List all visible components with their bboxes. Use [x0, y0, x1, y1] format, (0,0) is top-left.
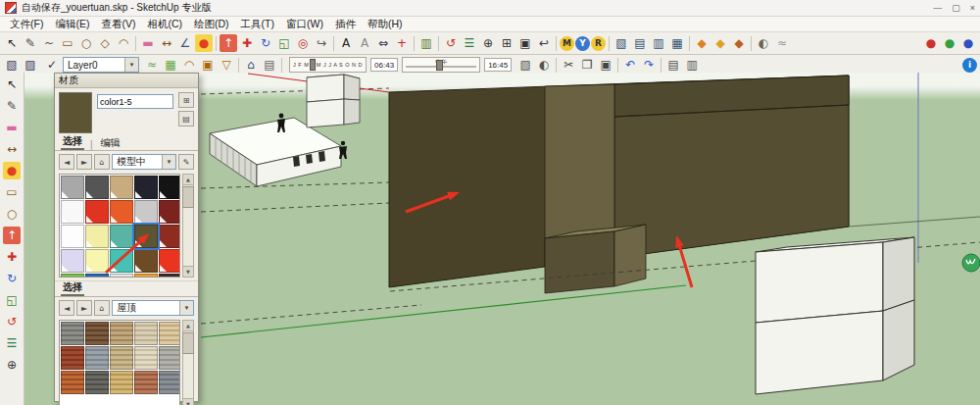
texture-dark-shingles[interactable] — [85, 371, 109, 394]
texture-blue-gray-shingles[interactable] — [85, 346, 109, 370]
axes-tool-icon[interactable]: + — [393, 34, 411, 52]
paint-bucket-tool-icon[interactable]: ● — [3, 162, 21, 179]
texture-red-tiles[interactable] — [61, 346, 84, 370]
texture-light-shake[interactable] — [134, 346, 158, 370]
redo-icon[interactable]: ↷ — [640, 56, 658, 74]
swatch-teal[interactable] — [110, 225, 133, 248]
swatch-scrollbar[interactable]: ▲ ▼ — [182, 174, 194, 278]
swatch-pale-yellow[interactable] — [85, 225, 109, 248]
swatch-orange-red[interactable] — [110, 200, 133, 224]
eraser-tool-icon[interactable]: ▬ — [3, 119, 21, 136]
sample-paint-button[interactable]: ✎ — [178, 154, 194, 170]
texture-tan-shingles[interactable] — [110, 322, 133, 345]
menu-camera[interactable]: 相机(C) — [141, 18, 188, 31]
menu-plugins[interactable]: 插件 — [329, 18, 362, 31]
texture-scrollbar[interactable]: ▲ ▼ — [182, 320, 194, 405]
view-iso-icon[interactable]: ▧ — [612, 34, 630, 52]
swatch-maroon[interactable] — [159, 200, 180, 224]
move-tool-icon[interactable]: ✚ — [238, 34, 256, 52]
menu-tools[interactable]: 工具(T) — [235, 18, 280, 31]
swatch-silver[interactable] — [134, 200, 158, 224]
rectangle-tool-icon[interactable]: ▭ — [3, 183, 21, 201]
scale-tool-icon[interactable]: ◱ — [275, 34, 293, 52]
texture-slate[interactable] — [159, 371, 180, 394]
tape-measure-tool-icon[interactable]: ↔ — [158, 34, 175, 52]
text-tool-icon[interactable]: A — [337, 34, 355, 52]
swatch-blue-black[interactable] — [134, 176, 158, 199]
line-tool-icon[interactable]: ✎ — [22, 34, 39, 52]
swatch-blue[interactable] — [85, 274, 109, 278]
texture-brown-shingles[interactable] — [85, 322, 109, 345]
back-button[interactable]: ◄ — [59, 154, 74, 170]
layer-check-icon[interactable]: ✓ — [43, 56, 61, 74]
sandbox-from-scratch-icon[interactable]: ▦ — [162, 56, 179, 74]
swatch-bright-red[interactable] — [159, 249, 180, 273]
in-model-button-2[interactable]: ⌂ — [94, 300, 110, 316]
swatch-light-yellow[interactable] — [85, 249, 109, 273]
circle-tool-icon[interactable]: ○ — [77, 34, 95, 52]
offset-tool-icon[interactable]: ◎ — [294, 34, 312, 52]
texture-clay-tiles[interactable] — [134, 371, 158, 394]
position-camera-tool-icon[interactable]: M — [560, 36, 574, 51]
time-slider[interactable]: 中午 — [402, 57, 480, 73]
menu-window[interactable]: 窗口(W) — [280, 18, 329, 31]
swatch-color1-5-selected[interactable] — [134, 225, 158, 248]
date-slider[interactable]: J F M A M J J A S O N D — [289, 57, 367, 73]
paste-icon[interactable]: ▣ — [597, 56, 614, 74]
rectangle-tool-icon[interactable]: ▭ — [59, 34, 76, 52]
tape-measure-tool-icon[interactable]: ↔ — [3, 140, 21, 158]
pan-tool-icon[interactable]: ☰ — [3, 334, 21, 352]
minimize-button[interactable]: — — [933, 3, 942, 13]
scroll-up-icon[interactable]: ▲ — [183, 321, 193, 331]
texture-gray-shingles[interactable] — [61, 322, 84, 345]
model-info-icon[interactable]: ▥ — [683, 56, 701, 74]
scroll-down-icon[interactable]: ▼ — [183, 266, 193, 277]
collections-dropdown[interactable]: 模型中 ▼ — [112, 154, 176, 170]
add-building-icon[interactable]: ⌂ — [242, 56, 260, 74]
push-pull-tool-icon[interactable]: ↑ — [3, 227, 21, 244]
tab-select[interactable]: 选择 — [61, 134, 84, 150]
arc-tool-icon[interactable]: ◠ — [115, 34, 132, 52]
texture-gray-pavers[interactable] — [159, 346, 180, 370]
rotate-tool-icon[interactable]: ↻ — [257, 34, 274, 52]
share-model-icon[interactable]: ◆ — [711, 34, 729, 52]
menu-help[interactable]: 帮助(H) — [362, 18, 409, 31]
extension-warehouse-icon[interactable]: ◆ — [730, 34, 748, 52]
dropdown-arrow-icon[interactable]: ▼ — [162, 155, 175, 169]
swatch-brown[interactable] — [134, 249, 158, 273]
view-side-icon[interactable]: ▦ — [668, 34, 686, 52]
pan-tool-icon[interactable]: ☰ — [461, 34, 478, 52]
paint-bucket-tool-icon[interactable]: ● — [195, 34, 213, 52]
zoom-extents-tool-icon[interactable]: ▣ — [516, 34, 534, 52]
texture-tan-weave[interactable] — [110, 346, 133, 370]
scroll-thumb[interactable] — [182, 332, 194, 354]
swatch-tan[interactable] — [110, 176, 133, 199]
swatch-orange[interactable] — [134, 274, 158, 278]
swatch-green[interactable] — [61, 274, 84, 278]
menu-draw[interactable]: 绘图(D) — [188, 18, 235, 31]
section-plane-tool-icon[interactable]: ▥ — [417, 34, 435, 52]
maximize-button[interactable]: ▢ — [952, 3, 960, 13]
swatch-white[interactable] — [61, 200, 84, 224]
shadow-dialog-icon[interactable]: ◐ — [535, 56, 553, 74]
circle-tool-icon[interactable]: ○ — [3, 205, 21, 223]
print-icon[interactable]: ▤ — [664, 56, 682, 74]
view-front-icon[interactable]: ▥ — [650, 34, 667, 52]
select-tool-icon[interactable]: ↖ — [3, 34, 21, 52]
swatch-charcoal[interactable] — [159, 274, 180, 278]
dropdown-arrow-icon[interactable]: ▼ — [179, 301, 193, 315]
push-pull-tool-icon[interactable]: ↑ — [220, 34, 237, 52]
sandbox-from-contours-icon[interactable]: ≈ — [143, 56, 161, 74]
swatch-lavender[interactable] — [61, 249, 84, 273]
material-name-input[interactable] — [97, 94, 173, 109]
forward-button[interactable]: ► — [76, 154, 92, 170]
fog-toggle-icon[interactable]: ≈ — [773, 34, 791, 52]
instructor-icon[interactable]: i — [962, 58, 977, 73]
materials-panel-title[interactable]: 材质 — [55, 74, 198, 88]
layer-dropdown[interactable]: Layer0 ▼ — [63, 57, 139, 73]
freehand-tool-icon[interactable]: ~ — [40, 34, 58, 52]
walk-tool-icon[interactable]: Y — [575, 36, 590, 51]
orbit-tool-icon[interactable]: ↺ — [442, 34, 460, 52]
green-sphere-icon[interactable]: ● — [941, 34, 958, 52]
eraser-tool-icon[interactable]: ▬ — [139, 34, 157, 52]
